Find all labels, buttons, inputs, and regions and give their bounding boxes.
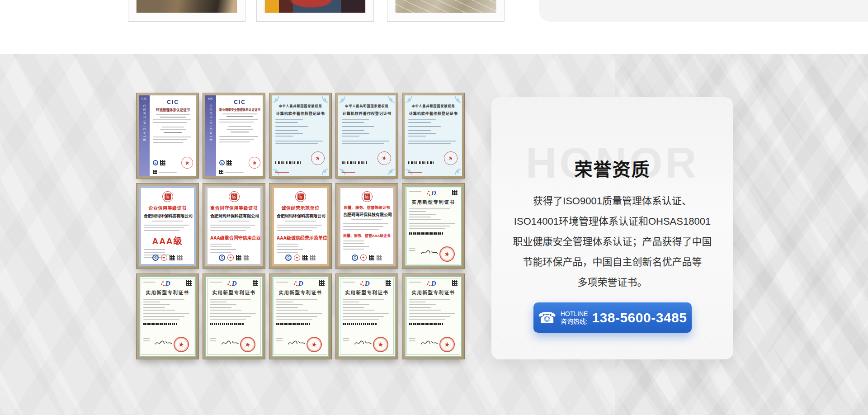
barcode xyxy=(409,323,443,325)
certificate-enterprise-credit: 信 企业信用等级证书 合肥珂玛环保科技有限公司 AAA级 C ★ xyxy=(136,183,199,269)
barcode xyxy=(409,232,443,235)
certificate-title: 重合同守信用等级证书 xyxy=(210,204,258,211)
excavation-site-photo xyxy=(136,0,237,13)
ornament-corner xyxy=(315,96,328,110)
certificate-utility-patent: D 实用新型专利证书 ★ xyxy=(335,274,398,359)
credit-grade: AAA级重合同守信用企业 xyxy=(210,234,258,241)
signature xyxy=(287,340,306,347)
ornament-corner xyxy=(448,96,461,110)
certificate-title: 计算机软件著作权登记证书 xyxy=(275,110,326,116)
red-star-seal-icon: ★ xyxy=(248,156,262,170)
description-line: 获得了ISO9001质量管理体系认证、 xyxy=(491,191,733,211)
certificate-utility-patent: D 实用新型专利证书 ★ xyxy=(203,274,265,359)
certificate-iso-environment: CIC CERTIFICATE CIC 环境管理体系认证证书 C ★ xyxy=(136,93,199,179)
certificate-title: 环境管理体系认证证书 xyxy=(153,107,193,112)
qr-code-icon xyxy=(452,190,458,195)
cic-logo: CIC xyxy=(219,99,260,105)
certificate-contract-credit: 信 重合同守信用等级证书 合肥珂玛环保科技有限公司 AAA级重合同守信用企业 C… xyxy=(203,183,265,269)
ornament-corner xyxy=(406,96,419,110)
cic-badge-icon: C xyxy=(152,255,159,261)
certificate-grid: CIC CERTIFICATE CIC 环境管理体系认证证书 C ★ xyxy=(136,93,465,359)
crane-truck-photo xyxy=(264,0,366,13)
cic-badge-icon: C xyxy=(219,255,225,261)
qr-code-icon xyxy=(186,280,192,286)
qr-code-icon xyxy=(226,160,232,165)
red-medal-icon: ★ xyxy=(360,255,367,261)
honor-section: CIC CERTIFICATE CIC 环境管理体系认证证书 C ★ xyxy=(0,54,868,415)
ornament-corner xyxy=(273,96,286,110)
top-carousel-band xyxy=(0,0,868,54)
hotline-label-en: HOTLINE xyxy=(561,310,588,318)
signature xyxy=(420,249,439,256)
barcode xyxy=(343,323,377,325)
certificate-quality-service-credit: 信 质量、服务、信誉等级证书 合肥珂玛环保科技有限公司 质量、服务、信誉AAA级… xyxy=(335,183,398,269)
qr-code-icon xyxy=(369,255,374,260)
credit-grade: 质量、服务、信誉AAA级企业 xyxy=(343,233,391,238)
certificate-title: 质量、服务、信誉等级证书 xyxy=(343,204,391,210)
certificate-title: 计算机软件著作权登记证书 xyxy=(342,110,392,116)
certificate-software-copyright: 中华人民共和国国家版权局 计算机软件著作权登记证书 ★ xyxy=(269,93,332,179)
signature xyxy=(354,340,373,347)
cnipa-logo-icon: D xyxy=(298,280,303,287)
certificate-title: 企业信用等级证书 xyxy=(144,204,191,211)
carousel-card-2[interactable] xyxy=(256,0,374,22)
barcode xyxy=(276,323,310,325)
qr-code-icon xyxy=(236,255,241,260)
cic-logo: CIC xyxy=(153,99,193,105)
carousel-card-1[interactable] xyxy=(128,0,245,22)
qr-code-icon xyxy=(377,255,382,260)
hotline-labels: HOTLINE 咨询热线: xyxy=(561,310,588,325)
company-name: 合肥珂玛环保科技有限公司 xyxy=(144,213,191,219)
certificate-utility-patent: D 实用新型专利证书 ★ xyxy=(402,274,465,359)
national-emblem-seal-icon: ★ xyxy=(173,336,190,353)
certificate-title: 职业健康安全管理体系认证证书 xyxy=(219,107,260,112)
certificate-software-copyright: 中华人民共和国国家版权局 计算机软件著作权登记证书 ★ xyxy=(335,93,398,179)
concrete-pit-photo xyxy=(395,0,496,13)
company-name: 合肥珂玛环保科技有限公司 xyxy=(277,213,324,219)
cnipa-logo-icon: D xyxy=(431,280,436,287)
company-name: 合肥珂玛环保科技有限公司 xyxy=(343,212,391,217)
qr-code-icon xyxy=(177,255,183,260)
certificate-utility-patent: D 实用新型专利证书 ★ xyxy=(269,274,332,359)
certificate-number xyxy=(408,172,422,173)
cic-badge-icon: C xyxy=(352,255,358,261)
cnipa-logo-icon: D xyxy=(165,280,170,287)
red-medal-icon: ★ xyxy=(294,255,300,261)
qr-code-icon xyxy=(160,160,165,165)
barcode xyxy=(275,161,301,164)
qr-code-icon xyxy=(253,280,258,286)
barcode xyxy=(408,161,434,164)
description-line: 多项荣誉证书。 xyxy=(491,272,733,292)
side-panel xyxy=(539,0,868,22)
cnipa-logo-icon: D xyxy=(431,190,436,196)
carousel-card-3[interactable] xyxy=(387,0,505,22)
qr-code-icon xyxy=(452,280,458,286)
cic-badge-icon: C xyxy=(153,160,158,165)
qr-code-icon xyxy=(153,170,157,174)
certificate-utility-patent: D 实用新型专利证书 ★ xyxy=(136,274,199,359)
hotline-button[interactable]: HOTLINE 咨询热线: 138-5600-3485 xyxy=(533,302,692,333)
national-emblem-seal-icon: ★ xyxy=(439,245,456,263)
honor-panel: HONOR 荣誉资质 获得了ISO9001质量管理体系认证、 ISO14001环… xyxy=(491,97,733,359)
barcode xyxy=(210,323,244,325)
certificate-stripe: CIC CERTIFICATE xyxy=(205,95,216,176)
qr-code-icon xyxy=(386,280,391,286)
credit-emblem-icon: 信 xyxy=(229,191,240,202)
certificate-iso-ohs: CIC CERTIFICATE CIC 职业健康安全管理体系认证证书 C ★ xyxy=(203,93,265,179)
cic-badge-icon: C xyxy=(285,255,292,261)
red-star-seal-icon: ★ xyxy=(180,156,194,170)
qr-code-icon xyxy=(310,255,316,260)
certificate-number xyxy=(342,172,355,173)
certificate-title: 实用新型专利证书 xyxy=(143,289,192,296)
credit-grade: AAA级诚信经营示范单位 xyxy=(277,234,324,241)
national-emblem-seal-icon: ★ xyxy=(239,336,256,353)
honor-description: 获得了ISO9001质量管理体系认证、 ISO14001环境管理体系认证和OHS… xyxy=(491,191,733,292)
description-line: ISO14001环境管理体系认证和OHSAS18001 xyxy=(491,211,733,231)
section-title: 荣誉资质 xyxy=(491,155,733,181)
certificate-title: 实用新型专利证书 xyxy=(276,289,325,296)
company-name: 合肥珂玛环保科技有限公司 xyxy=(210,213,258,219)
ornament-corner xyxy=(381,96,395,110)
cnipa-logo-icon: D xyxy=(232,280,237,287)
description-line: 节能环保产品，中国自主创新名优产品等 xyxy=(491,252,733,272)
certificate-title: 实用新型专利证书 xyxy=(409,198,458,205)
